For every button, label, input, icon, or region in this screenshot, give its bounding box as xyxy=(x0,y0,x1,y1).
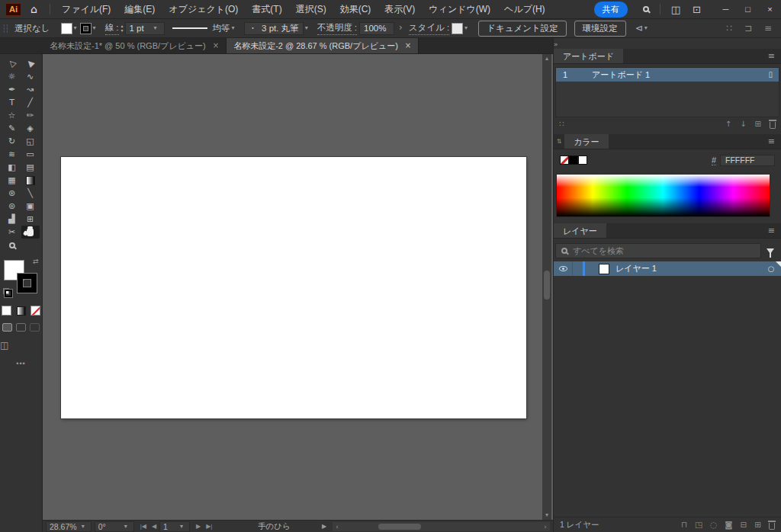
horizontal-scroll-thumb[interactable] xyxy=(378,524,421,530)
new-sublayer-icon[interactable]: ⊟ xyxy=(740,521,747,529)
app-icon[interactable]: Ai xyxy=(5,3,21,16)
layer-name[interactable]: レイヤー 1 xyxy=(615,263,761,274)
tab-artboards[interactable]: アートボード xyxy=(554,49,623,63)
move-down-icon[interactable]: ↓ xyxy=(740,120,746,128)
horizontal-scrollbar[interactable]: ‹ › xyxy=(333,522,550,531)
document-tab-2[interactable]: 名称未設定-2 @ 28.67 % (RGB/プレビュー) × xyxy=(227,38,419,53)
blend-tool[interactable]: ⊛ xyxy=(3,187,21,200)
panel-dock-icon[interactable]: ⊐ xyxy=(744,24,752,33)
menu-item-6[interactable]: 表示(V) xyxy=(378,0,422,19)
eyedropper-tool[interactable]: ╲ xyxy=(21,187,40,200)
brush-definition-dropdown[interactable]: ・ 3 pt. 丸筆 xyxy=(244,22,304,35)
rearrange-artboards-icon[interactable]: ∷ xyxy=(559,120,564,128)
panel-collapse-icon[interactable]: ⇅ xyxy=(554,134,564,149)
none-swatch[interactable] xyxy=(560,155,569,165)
new-layer-icon[interactable]: ⊞ xyxy=(754,521,761,529)
stroke-proxy[interactable] xyxy=(18,274,37,293)
menu-item-4[interactable]: 選択(S) xyxy=(289,0,333,19)
pen-tool[interactable]: ✒ xyxy=(3,83,21,96)
minimize-button[interactable]: ─ xyxy=(715,0,737,19)
chevron-down-icon[interactable]: ▾ xyxy=(644,25,648,31)
rotate-tool[interactable]: ↻ xyxy=(3,135,21,148)
shape-builder-tool[interactable]: ◧ xyxy=(3,161,21,174)
line-segment-tool[interactable]: ╱ xyxy=(21,96,40,109)
layers-search-input[interactable] xyxy=(573,246,755,255)
stepper-down-icon[interactable]: ▾ xyxy=(121,28,124,33)
zoom-level-field[interactable]: 28.67% ▾ xyxy=(46,521,92,532)
chevron-down-icon[interactable]: ▾ xyxy=(93,25,96,31)
none-button[interactable] xyxy=(30,305,41,316)
delete-layer-icon[interactable] xyxy=(769,521,775,530)
previous-artboard-button[interactable]: ◀ xyxy=(152,523,156,530)
next-artboard-button[interactable]: ▶ xyxy=(196,523,201,530)
draw-behind-button[interactable] xyxy=(16,323,26,332)
swap-fill-stroke-icon[interactable]: ⇄ xyxy=(33,258,39,265)
stroke-profile-dropdown[interactable]: 均等 xyxy=(172,23,230,34)
share-button[interactable]: 共有 xyxy=(594,2,628,18)
preferences-button[interactable]: 環境設定 xyxy=(574,21,626,37)
opacity-more-icon[interactable]: › xyxy=(399,24,403,33)
perspective-grid-tool[interactable]: ▤ xyxy=(21,161,40,174)
drag-grip-icon[interactable]: ┆┆ xyxy=(2,24,8,33)
filter-cell[interactable] xyxy=(761,248,779,254)
close-tab-icon[interactable]: × xyxy=(405,42,411,50)
measure-tool[interactable]: ▣ xyxy=(21,200,40,213)
dock-options-icon[interactable]: ∷ xyxy=(726,24,732,33)
artboard-name[interactable]: アートボード 1 xyxy=(579,69,768,81)
style-label[interactable]: スタイル : xyxy=(409,22,449,35)
magic-wand-tool[interactable]: ☼ xyxy=(3,70,21,83)
chevron-down-icon[interactable]: ▾ xyxy=(305,25,308,31)
search-icon[interactable] xyxy=(643,6,649,12)
curvature-tool[interactable]: ↝ xyxy=(21,83,40,96)
gradient-tool[interactable] xyxy=(21,174,40,187)
last-artboard-button[interactable]: ▶| xyxy=(206,523,212,530)
artboard-number-field[interactable]: 1 ▾ xyxy=(159,521,190,532)
chevron-down-icon[interactable]: ▾ xyxy=(464,25,468,31)
scroll-up-icon[interactable]: ▴ xyxy=(542,54,551,63)
release-clipping-icon[interactable]: ◳ xyxy=(695,521,702,529)
chevron-down-icon[interactable]: ▾ xyxy=(232,25,235,31)
graph-tool[interactable]: ▟ xyxy=(3,213,21,226)
menu-item-0[interactable]: ファイル(F) xyxy=(55,0,117,19)
chevron-down-icon[interactable]: ▾ xyxy=(180,524,183,530)
tab-color[interactable]: カラー xyxy=(564,134,609,149)
layer-thumbnail[interactable] xyxy=(599,264,609,274)
delete-artboard-icon[interactable] xyxy=(770,120,776,129)
scroll-down-icon[interactable]: ▾ xyxy=(542,511,551,520)
eraser-tool[interactable]: ◈ xyxy=(21,122,40,135)
color-spectrum[interactable] xyxy=(556,174,770,217)
style-swatch[interactable] xyxy=(452,23,463,34)
chevron-down-icon[interactable]: ▾ xyxy=(74,25,77,31)
panel-menu-icon[interactable]: ≡ xyxy=(762,49,781,63)
collect-for-export-icon[interactable]: ⊓ xyxy=(681,521,687,529)
status-options-icon[interactable]: ▶ xyxy=(322,524,326,530)
artboard-row[interactable]: 1 アートボード 1 ▯ xyxy=(556,68,779,82)
width-tool[interactable]: ≋ xyxy=(3,148,21,161)
scroll-left-icon[interactable]: ‹ xyxy=(333,522,342,531)
slice-tool[interactable]: ✂ xyxy=(3,226,21,239)
fill-color-swatch[interactable] xyxy=(61,23,72,34)
direct-selection-tool[interactable]: ▶ xyxy=(21,57,40,70)
artboard-tool[interactable]: ⊞ xyxy=(21,213,40,226)
chevron-down-icon[interactable]: ▾ xyxy=(154,25,157,31)
lasso-tool[interactable]: ∿ xyxy=(21,70,40,83)
zoom-tool[interactable] xyxy=(3,239,21,252)
first-artboard-button[interactable]: |◀ xyxy=(140,523,146,530)
symbol-sprayer-tool[interactable]: ⊚ xyxy=(3,200,21,213)
visibility-cell[interactable] xyxy=(554,266,572,271)
horizontal-scroll-track[interactable] xyxy=(342,522,541,531)
mesh-tool[interactable]: ▦ xyxy=(3,174,21,187)
list-options-icon[interactable]: ≡ xyxy=(764,24,772,33)
panel-menu-icon[interactable]: ≡ xyxy=(762,134,781,149)
workspace-switcher-icon[interactable]: ⊡ xyxy=(693,5,701,14)
type-tool[interactable]: T xyxy=(3,96,21,109)
tab-layers[interactable]: レイヤー xyxy=(554,223,606,238)
default-fill-stroke-icon[interactable] xyxy=(4,289,12,297)
layer-row[interactable]: レイヤー 1 ○ xyxy=(554,261,781,276)
layers-search-box[interactable] xyxy=(555,243,761,258)
hand-tool[interactable] xyxy=(21,226,40,239)
make-mask-icon[interactable]: ◙ xyxy=(725,521,732,529)
menu-item-3[interactable]: 書式(T) xyxy=(245,0,288,19)
paintbrush-tool[interactable]: ✏ xyxy=(21,109,40,122)
menu-item-2[interactable]: オブジェクト(O) xyxy=(162,0,245,19)
